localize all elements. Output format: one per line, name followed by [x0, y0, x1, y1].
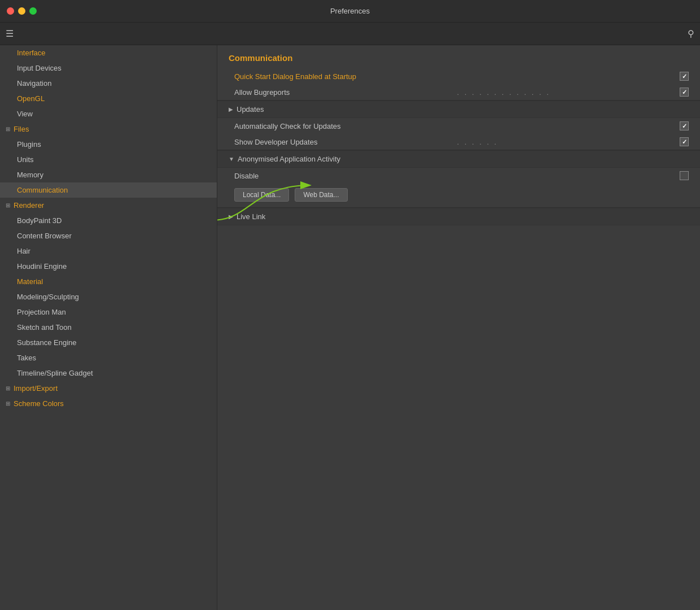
sidebar-item-substance-engine[interactable]: Substance Engine: [0, 335, 217, 350]
sidebar-item-label: View: [17, 110, 33, 118]
sidebar-item-label: Content Browser: [17, 232, 72, 240]
sidebar-item-label: Sketch and Toon: [17, 323, 72, 332]
window-title: Preferences: [330, 7, 370, 15]
sidebar-item-communication[interactable]: Communication: [0, 182, 217, 198]
close-button[interactable]: [7, 7, 14, 15]
sidebar-item-files[interactable]: ⊞ Files: [0, 121, 217, 137]
sidebar-item-label: Interface: [17, 49, 46, 57]
sidebar-item-label: OpenGL: [17, 94, 45, 103]
anonymised-title: Anonymised Application Activity: [238, 155, 340, 163]
sidebar-item-label: Input Devices: [17, 64, 62, 72]
show-dev-checkbox[interactable]: [680, 137, 689, 146]
traffic-lights: [7, 7, 37, 15]
show-dev-label: Show Developer Updates: [234, 138, 453, 146]
sidebar-item-label: Communication: [17, 186, 68, 194]
sidebar-item-opengl[interactable]: OpenGL: [0, 91, 217, 106]
sidebar-item-content-browser[interactable]: Content Browser: [0, 228, 217, 243]
sidebar-item-label: Navigation: [17, 79, 51, 88]
sidebar-item-label: Houdini Engine: [17, 262, 67, 271]
allow-bugreports-checkbox[interactable]: [680, 88, 689, 97]
disable-checkbox[interactable]: [680, 171, 689, 180]
sidebar: Interface Input Devices Navigation OpenG…: [0, 45, 217, 610]
show-dev-dots: . . . . . .: [457, 138, 676, 146]
sidebar-item-label: Substance Engine: [17, 338, 77, 347]
web-data-button[interactable]: Web Data...: [295, 188, 347, 202]
sidebar-item-label: Modeling/Sculpting: [17, 293, 79, 301]
sidebar-item-navigation[interactable]: Navigation: [0, 76, 217, 91]
local-data-button[interactable]: Local Data...: [234, 188, 289, 202]
sidebar-item-label: Projection Man: [17, 308, 66, 316]
expand-icon: ⊞: [6, 400, 10, 407]
updates-arrow: ▶: [229, 106, 233, 112]
sidebar-item-view[interactable]: View: [0, 106, 217, 121]
expand-icon: ⊞: [6, 385, 10, 391]
updates-content: Automatically Check for Updates Show Dev…: [217, 118, 700, 150]
updates-header[interactable]: ▶ Updates: [217, 101, 700, 118]
sidebar-item-scheme-colors[interactable]: ⊞ Scheme Colors: [0, 396, 217, 411]
sidebar-item-houdini-engine[interactable]: Houdini Engine: [0, 259, 217, 274]
sidebar-item-label: Plugins: [17, 140, 41, 149]
sidebar-item-label: Import/Export: [14, 384, 58, 393]
auto-check-row: Automatically Check for Updates: [217, 118, 700, 134]
sidebar-item-hair[interactable]: Hair: [0, 243, 217, 259]
sidebar-item-units[interactable]: Units: [0, 152, 217, 167]
sidebar-item-plugins[interactable]: Plugins: [0, 137, 217, 152]
sidebar-item-label: Takes: [17, 354, 36, 362]
live-link-arrow: ▶: [229, 213, 233, 220]
sidebar-item-bodypaint-3d[interactable]: BodyPaint 3D: [0, 213, 217, 228]
content-area: Communication Quick Start Dialog Enabled…: [217, 45, 700, 610]
sidebar-item-sketch-and-toon[interactable]: Sketch and Toon: [0, 320, 217, 335]
section-header: Communication: [217, 45, 700, 68]
sidebar-item-label: Renderer: [14, 201, 44, 210]
allow-bugreports-row: Allow Bugreports . . . . . . . . . . . .…: [217, 84, 700, 100]
live-link-title: Live Link: [237, 212, 265, 221]
sidebar-item-memory[interactable]: Memory: [0, 167, 217, 182]
data-buttons-row: Local Data... Web Data...: [217, 184, 700, 207]
sidebar-item-projection-man[interactable]: Projection Man: [0, 304, 217, 320]
anonymised-content: Disable Local Data... Web Data...: [217, 168, 700, 207]
allow-bugreports-label: Allow Bugreports: [234, 88, 453, 97]
quick-start-checkbox[interactable]: [680, 72, 689, 81]
minimize-button[interactable]: [18, 7, 25, 15]
allow-bugreports-dots: . . . . . . . . . . . . .: [457, 88, 676, 97]
live-link-header[interactable]: ▶ Live Link: [217, 208, 700, 225]
auto-check-label: Automatically Check for Updates: [234, 122, 675, 130]
maximize-button[interactable]: [29, 7, 37, 15]
sidebar-item-label: BodyPaint 3D: [17, 216, 62, 225]
search-icon[interactable]: ⚲: [688, 28, 694, 39]
sidebar-item-interface[interactable]: Interface: [0, 45, 217, 60]
sidebar-item-label: Files: [14, 125, 29, 133]
expand-icon: ⊞: [6, 126, 10, 132]
sidebar-item-import-export[interactable]: ⊞ Import/Export: [0, 381, 217, 396]
sidebar-item-label: Memory: [17, 171, 43, 179]
anonymised-arrow: ▼: [229, 156, 234, 162]
updates-title: Updates: [237, 105, 264, 114]
toolbar: ☰ ⚲: [0, 23, 700, 45]
sidebar-item-label: Scheme Colors: [14, 399, 64, 408]
section-title: Communication: [229, 53, 292, 63]
disable-row: Disable: [217, 168, 700, 184]
sidebar-item-label: Timeline/Spline Gadget: [17, 369, 93, 377]
anonymised-header[interactable]: ▼ Anonymised Application Activity: [217, 150, 700, 168]
sidebar-item-label: Units: [17, 155, 34, 164]
expand-icon: ⊞: [6, 202, 10, 208]
title-bar: Preferences: [0, 0, 700, 23]
quick-start-row: Quick Start Dialog Enabled at Startup: [217, 68, 700, 84]
sidebar-item-material[interactable]: Material: [0, 274, 217, 289]
sidebar-item-label: Material: [17, 277, 43, 286]
show-dev-row: Show Developer Updates . . . . . .: [217, 134, 700, 150]
sidebar-item-label: Hair: [17, 247, 30, 255]
auto-check-checkbox[interactable]: [680, 121, 689, 130]
sidebar-item-timeline-spline-gadget[interactable]: Timeline/Spline Gadget: [0, 365, 217, 381]
hamburger-icon[interactable]: ☰: [6, 28, 14, 39]
sidebar-item-input-devices[interactable]: Input Devices: [0, 60, 217, 76]
quick-start-label: Quick Start Dialog Enabled at Startup: [234, 72, 675, 81]
disable-label: Disable: [234, 172, 675, 180]
sidebar-item-takes[interactable]: Takes: [0, 350, 217, 365]
sidebar-item-renderer[interactable]: ⊞ Renderer: [0, 198, 217, 213]
sidebar-item-modeling-sculpting[interactable]: Modeling/Sculpting: [0, 289, 217, 304]
